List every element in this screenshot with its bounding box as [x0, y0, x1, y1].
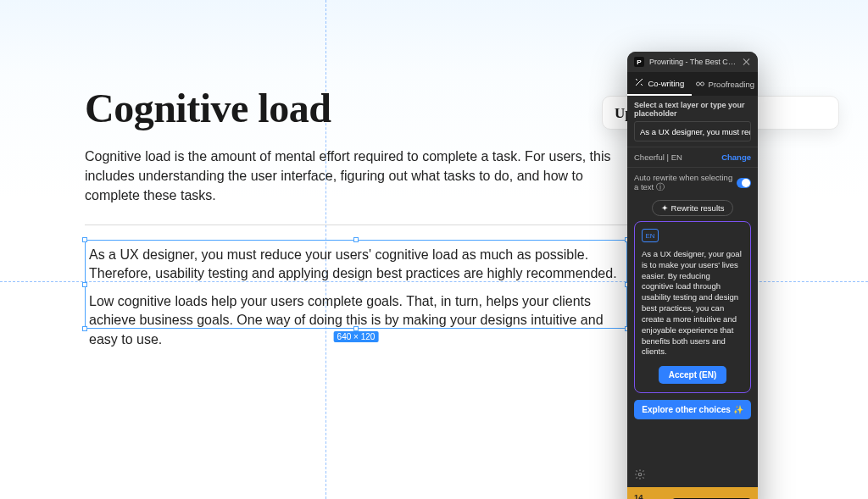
wand-icon	[634, 77, 644, 89]
tone-row: Cheerful | EN Change	[627, 147, 758, 167]
plugin-panel: P Prowriting - The Best ChatGPT alter...…	[627, 52, 758, 499]
info-icon[interactable]: ⓘ	[656, 182, 665, 191]
gear-icon[interactable]	[634, 469, 646, 480]
auto-rewrite-label: Auto rewrite when selecting a text ⓘ	[634, 173, 737, 193]
selected-paragraph-1: As a UX designer, you must reduce your u…	[89, 246, 623, 284]
divider	[85, 225, 627, 225]
selected-text-content: As a UX designer, you must reduce your u…	[86, 241, 626, 363]
selected-text-layer[interactable]: As a UX designer, you must reduce your u…	[85, 240, 627, 329]
tab-label: Proofreading	[709, 80, 754, 89]
lede-paragraph: Cognitive load is the amount of mental e…	[85, 147, 627, 206]
change-tone-link[interactable]: Change	[721, 152, 751, 162]
rewrite-results-button[interactable]: ✦ Rewrite results	[652, 200, 734, 216]
svg-point-2	[638, 473, 642, 476]
resize-handle-tl[interactable]	[82, 237, 87, 242]
instruction-text: Select a text layer or type your placeho…	[627, 96, 758, 121]
toggle-knob	[742, 179, 750, 187]
plugin-logo-icon: P	[634, 57, 644, 67]
result-text: As a UX designer, your goal is to make y…	[642, 249, 743, 358]
panel-spacer	[627, 428, 758, 463]
placeholder-input[interactable]: As a UX designer, you must reduc	[634, 121, 751, 141]
result-card: EN As a UX designer, your goal is to mak…	[634, 221, 751, 393]
resize-handle-lm[interactable]	[82, 282, 87, 287]
tab-proofreading[interactable]: Proofreading	[692, 72, 758, 96]
svg-point-0	[696, 82, 699, 86]
explore-button[interactable]: Explore other choices ✨	[634, 400, 751, 419]
svg-point-1	[700, 82, 704, 86]
sparkle-icon: ✦	[661, 203, 668, 213]
trial-footer: 14 day(s) free trial Extend Free Trial	[627, 487, 758, 499]
accept-button[interactable]: Accept (EN)	[659, 366, 727, 384]
page-title: Cognitive load	[85, 85, 627, 131]
panel-tabs: Co-writing Proofreading	[627, 72, 758, 96]
settings-row	[627, 463, 758, 487]
panel-titlebar[interactable]: P Prowriting - The Best ChatGPT alter...	[627, 52, 758, 72]
trial-text: 14 day(s) free trial	[634, 492, 667, 499]
resize-handle-tm[interactable]	[353, 237, 359, 242]
article-frame: Cognitive load Cognitive load is the amo…	[85, 85, 627, 225]
result-language-badge: EN	[642, 229, 659, 242]
tab-label: Co-writing	[648, 79, 684, 88]
resize-handle-bl[interactable]	[82, 326, 87, 331]
rewrite-label: Rewrite results	[671, 203, 725, 213]
selection-size-badge: 640 × 120	[334, 331, 379, 342]
tone-label: Cheerful | EN	[634, 152, 682, 162]
auto-rewrite-row: Auto rewrite when selecting a text ⓘ	[627, 167, 758, 198]
tab-cowriting[interactable]: Co-writing	[627, 72, 692, 96]
panel-title-text: Prowriting - The Best ChatGPT alter...	[649, 58, 737, 66]
auto-rewrite-toggle[interactable]	[737, 178, 751, 188]
glasses-icon	[695, 78, 705, 90]
close-icon[interactable]	[743, 58, 751, 66]
